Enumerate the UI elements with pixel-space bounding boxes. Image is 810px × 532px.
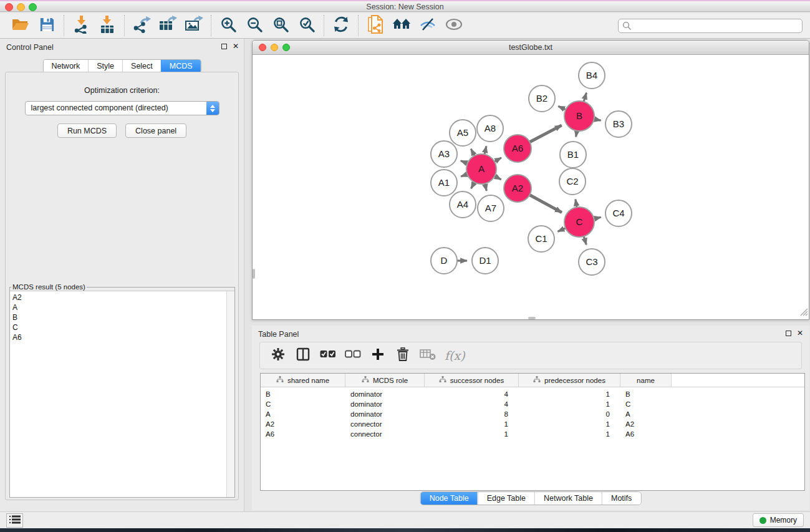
graph-node-A3[interactable]: A3 bbox=[431, 141, 457, 167]
graph-edge-A-A6[interactable] bbox=[494, 158, 501, 162]
result-item[interactable]: A bbox=[10, 302, 234, 312]
graph-edge-A-A3[interactable] bbox=[461, 161, 468, 163]
graph-edge-C-C3[interactable] bbox=[584, 236, 586, 244]
graph-node-A1[interactable]: A1 bbox=[431, 170, 457, 196]
home-button[interactable] bbox=[388, 14, 415, 37]
tab-network-table[interactable]: Network Table bbox=[534, 492, 602, 505]
resize-grip[interactable] bbox=[799, 307, 808, 319]
graph-edge-A-A4[interactable] bbox=[471, 182, 475, 188]
refresh-button[interactable] bbox=[328, 14, 354, 37]
delete-table-button[interactable] bbox=[420, 346, 436, 365]
graph-node-B1[interactable]: B1 bbox=[560, 142, 586, 168]
graph-edge-B-B4[interactable] bbox=[584, 93, 586, 102]
table-row[interactable]: A2connector11A2 bbox=[261, 419, 804, 429]
graph-node-C2[interactable]: C2 bbox=[559, 168, 586, 195]
graph-edge-A-A7[interactable] bbox=[485, 183, 487, 190]
graph-node-A6[interactable]: A6 bbox=[504, 135, 531, 162]
graph-edge-A-A1[interactable] bbox=[461, 174, 467, 177]
columns-button[interactable] bbox=[295, 346, 311, 365]
graph-node-C[interactable]: C bbox=[564, 207, 594, 237]
tab-edge-table[interactable]: Edge Table bbox=[478, 492, 534, 505]
float-table-panel-icon[interactable] bbox=[786, 331, 791, 336]
graph-edge-B-B1[interactable] bbox=[576, 131, 577, 137]
graph-edge-A-A8[interactable] bbox=[485, 146, 486, 154]
graph-node-A7[interactable]: A7 bbox=[478, 195, 504, 221]
result-item[interactable]: B bbox=[10, 312, 234, 322]
network-vertical-scrollbar[interactable] bbox=[253, 269, 255, 279]
function-builder-button[interactable]: f(x) bbox=[445, 346, 465, 365]
export-image-button[interactable] bbox=[181, 14, 207, 37]
network-from-file-button[interactable] bbox=[362, 14, 388, 37]
column-header-MCDS-role[interactable]: MCDS role bbox=[345, 374, 425, 387]
zoom-selected-button[interactable] bbox=[294, 14, 320, 37]
tab-network[interactable]: Network bbox=[43, 60, 88, 72]
run-mcds-button[interactable]: Run MCDS bbox=[57, 123, 117, 138]
export-table-button[interactable] bbox=[155, 14, 181, 37]
hide-panel-button[interactable] bbox=[415, 14, 441, 37]
column-header-name[interactable]: name bbox=[620, 374, 672, 387]
import-table-button[interactable] bbox=[94, 14, 120, 37]
graph-node-D1[interactable]: D1 bbox=[472, 248, 498, 274]
close-panel-icon[interactable]: ✕ bbox=[233, 43, 239, 49]
search-input[interactable] bbox=[618, 19, 803, 33]
deselect-all-button[interactable] bbox=[345, 346, 361, 365]
graph-node-B2[interactable]: B2 bbox=[529, 85, 555, 112]
graph-node-A5[interactable]: A5 bbox=[450, 120, 476, 146]
zoom-in-button[interactable] bbox=[215, 14, 241, 37]
close-table-panel-icon[interactable]: ✕ bbox=[797, 330, 803, 336]
network-horizontal-scrollbar[interactable] bbox=[528, 317, 536, 319]
graph-node-C4[interactable]: C4 bbox=[605, 200, 632, 226]
network-graph[interactable]: B4B2BB3A8A5A6A3B1AA1C2A2A4A7C4CC1C3DD1 bbox=[253, 55, 809, 319]
table-row[interactable]: A6connector11A6 bbox=[261, 429, 804, 439]
tab-node-table[interactable]: Node Table bbox=[421, 492, 478, 505]
graph-edge-B-B3[interactable] bbox=[594, 119, 601, 120]
open-session-button[interactable] bbox=[7, 14, 34, 37]
zoom-out-button[interactable] bbox=[241, 14, 268, 37]
table-row[interactable]: Cdominator41C bbox=[261, 399, 804, 409]
result-item[interactable]: C bbox=[10, 322, 234, 332]
tab-motifs[interactable]: Motifs bbox=[602, 492, 640, 505]
memory-button[interactable]: Memory bbox=[753, 513, 804, 527]
graph-edge-A2-C[interactable] bbox=[529, 195, 562, 213]
close-panel-button[interactable]: Close panel bbox=[125, 123, 186, 138]
tab-select[interactable]: Select bbox=[122, 60, 161, 72]
graph-node-B3[interactable]: B3 bbox=[605, 111, 632, 137]
table-row[interactable]: Bdominator41B bbox=[261, 389, 804, 399]
result-item[interactable]: A2 bbox=[10, 293, 234, 302]
tab-mcds[interactable]: MCDS bbox=[161, 60, 201, 72]
graph-node-C1[interactable]: C1 bbox=[528, 226, 554, 252]
select-all-button[interactable] bbox=[320, 346, 336, 365]
show-panel-button[interactable] bbox=[441, 14, 467, 37]
graph-edge-C-C1[interactable] bbox=[558, 228, 566, 232]
graph-edge-A-A2[interactable] bbox=[494, 176, 501, 180]
column-header-shared-name[interactable]: shared name bbox=[261, 374, 345, 387]
tab-style[interactable]: Style bbox=[88, 60, 122, 72]
criterion-dropdown[interactable]: largest connected component (directed) bbox=[25, 101, 219, 115]
result-item[interactable]: A6 bbox=[10, 332, 234, 342]
graph-node-A2[interactable]: A2 bbox=[504, 175, 531, 202]
task-history-button[interactable] bbox=[6, 513, 23, 528]
table-row[interactable]: Adominator80A bbox=[261, 409, 804, 419]
graph-edge-C-C4[interactable] bbox=[594, 217, 600, 219]
gear-button[interactable] bbox=[270, 346, 286, 365]
float-panel-icon[interactable] bbox=[221, 44, 227, 49]
column-header-predecessor-nodes[interactable]: predecessor nodes bbox=[519, 374, 620, 387]
graph-node-B4[interactable]: B4 bbox=[579, 62, 605, 89]
graph-node-C3[interactable]: C3 bbox=[579, 249, 605, 275]
graph-edge-C-C2[interactable] bbox=[576, 200, 577, 208]
save-session-button[interactable] bbox=[34, 14, 60, 37]
graph-edge-A-A5[interactable] bbox=[471, 149, 475, 156]
add-column-button[interactable] bbox=[370, 346, 386, 365]
graph-edge-B-B2[interactable] bbox=[558, 106, 566, 110]
graph-node-D[interactable]: D bbox=[431, 248, 457, 274]
import-network-button[interactable] bbox=[68, 14, 94, 37]
graph-node-A8[interactable]: A8 bbox=[477, 115, 503, 142]
graph-node-A[interactable]: A bbox=[466, 154, 496, 184]
graph-node-B[interactable]: B bbox=[564, 101, 594, 131]
result-scrollbar[interactable] bbox=[226, 291, 234, 497]
graph-node-A4[interactable]: A4 bbox=[450, 191, 476, 218]
graph-edge-A6-B[interactable] bbox=[529, 125, 561, 142]
zoom-fit-button[interactable] bbox=[268, 14, 294, 37]
network-canvas[interactable]: B4B2BB3A8A5A6A3B1AA1C2A2A4A7C4CC1C3DD1 bbox=[253, 55, 809, 319]
column-header-successor-nodes[interactable]: successor nodes bbox=[425, 374, 519, 387]
